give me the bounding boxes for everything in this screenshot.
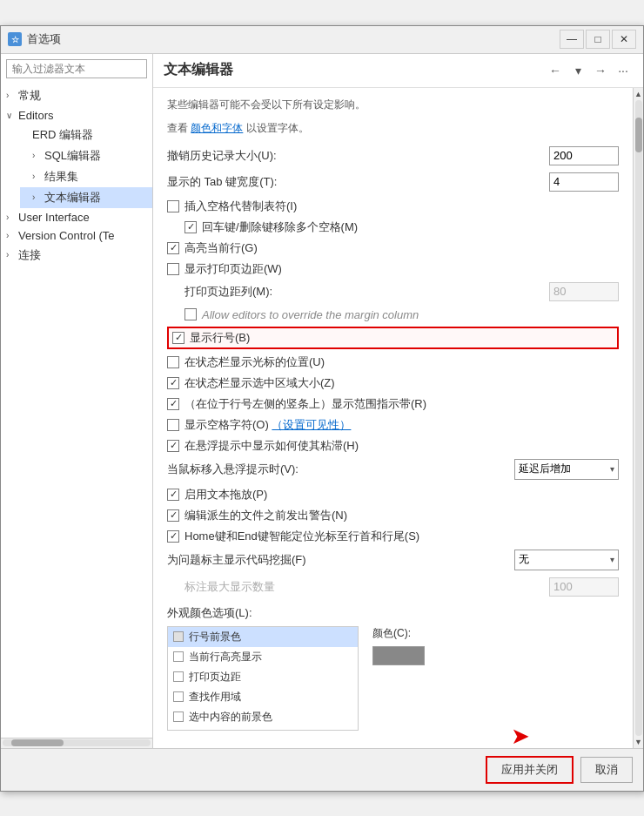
tab-width-row: 显示的 Tab 键宽度(T): (167, 172, 619, 192)
tree-arrow-conn: › (6, 250, 18, 260)
tab-width-label: 显示的 Tab 键宽度(T): (167, 174, 542, 190)
apply-close-button[interactable]: 应用并关闭 (486, 756, 574, 784)
max-annotations-label: 标注最大显示数量 (184, 579, 542, 595)
sidebar-tree: › 常规 ∨ Editors ERD 编辑器 › SQL编辑器 (1, 84, 152, 738)
panel-title: 文本编辑器 (164, 61, 233, 79)
nav-forward-button[interactable]: → (591, 61, 610, 80)
color-item-print-margin[interactable]: 打印页边距 (168, 667, 358, 687)
sidebar-label-conn: 连接 (18, 247, 147, 263)
sidebar-item-editors[interactable]: ∨ Editors (1, 106, 152, 125)
show-print-margin-label: 显示打印页边距(W) (184, 261, 282, 277)
tree-arrow-text: › (32, 192, 44, 202)
hover-delay-row: 当鼠标移入悬浮提示时(V): 延迟后增加 ▾ (167, 459, 619, 480)
tab-width-input[interactable] (549, 172, 619, 192)
show-selection-row: 在状态栏显示选中区域大小(Z) (167, 375, 619, 391)
show-paste-checkbox[interactable] (167, 440, 179, 452)
filter-input[interactable] (6, 59, 147, 78)
swatch-selection-fg (173, 711, 184, 722)
color-section: 外观颜色选项(L): 行号前景色 当前行高亮显示 (167, 605, 619, 731)
color-side: 颜色(C): (372, 626, 425, 665)
show-range-checkbox[interactable] (167, 398, 179, 410)
sidebar-item-result-set[interactable]: › 结果集 (20, 166, 152, 187)
scroll-down-btn[interactable]: ▼ (634, 738, 642, 746)
link-after: 以设置字体。 (246, 122, 309, 134)
minimize-button[interactable]: — (560, 30, 584, 49)
color-item-line-num-bg[interactable]: 行号前景色 (168, 627, 358, 647)
color-section-title: 外观颜色选项(L): (167, 605, 619, 621)
color-item-find-scope[interactable]: 查找作用域 (168, 687, 358, 707)
color-label-current-line: 当前行高亮显示 (189, 650, 262, 664)
main-content: › 常规 ∨ Editors ERD 编辑器 › SQL编辑器 (1, 54, 643, 748)
visibility-link[interactable]: （设置可见性） (272, 418, 351, 431)
backspace-indent-checkbox[interactable] (184, 221, 197, 233)
color-picker-label: 颜色(C): (372, 626, 425, 641)
sidebar-item-connection[interactable]: › 连接 (1, 245, 152, 266)
sidebar-item-user-interface[interactable]: › User Interface (1, 208, 152, 226)
panel-nav: ← ▾ → ··· (546, 61, 633, 80)
show-line-num-label: 显示行号(B) (190, 330, 250, 346)
sidebar-item-sql-editor[interactable]: › SQL编辑器 (20, 145, 152, 166)
nav-menu-button[interactable]: ··· (614, 61, 633, 80)
color-preview[interactable] (372, 646, 425, 665)
link-before: 查看 (167, 122, 188, 134)
app-icon: ☆ (8, 32, 22, 46)
sidebar-label-vc: Version Control (Te (18, 229, 147, 242)
hover-delay-value: 延迟后增加 (519, 462, 571, 476)
highlight-current-checkbox[interactable] (167, 242, 179, 254)
maximize-button[interactable]: □ (586, 30, 610, 49)
sidebar-label-general: 常规 (18, 88, 147, 104)
sidebar-item-general[interactable]: › 常规 (1, 85, 152, 106)
show-whitespace-checkbox[interactable] (167, 419, 179, 431)
enable-drag-row: 启用文本拖放(P) (167, 487, 619, 502)
tree-arrow-ui: › (6, 212, 18, 222)
backspace-indent-row: 回车键/删除键移除多个空格(M) (167, 219, 619, 235)
sidebar-item-text-editor[interactable]: › 文本编辑器 (20, 187, 152, 208)
sidebar-item-version-control[interactable]: › Version Control (Te (1, 226, 152, 245)
undo-history-input[interactable] (549, 146, 619, 165)
show-selection-checkbox[interactable] (167, 377, 179, 389)
warn-derived-row: 编辑派生的文件之前发出警告(N) (167, 508, 619, 523)
scroll-track (3, 739, 151, 746)
show-cursor-label: 在状态栏显示光标的位置(U) (184, 354, 325, 370)
max-annotations-input (549, 577, 619, 597)
show-line-num-checkbox[interactable] (172, 332, 184, 344)
warn-derived-checkbox[interactable] (167, 509, 179, 522)
scroll-thumb (11, 739, 64, 746)
panel-body: 某些编辑器可能不会受以下所有设定影响。 查看 颜色和字体 以设置字体。 撤销历史… (153, 88, 633, 748)
sidebar-scrollbar[interactable] (1, 738, 152, 748)
code-mining-arrow: ▾ (610, 555, 614, 564)
close-button[interactable]: ✕ (612, 30, 636, 49)
tree-arrow-sql: › (32, 151, 44, 160)
color-list[interactable]: 行号前景色 当前行高亮显示 打印页边距 (167, 626, 359, 731)
scroll-thumb-v (635, 118, 642, 152)
insert-spaces-checkbox[interactable] (167, 200, 179, 212)
show-print-margin-row: 显示打印页边距(W) (167, 261, 619, 277)
smart-home-checkbox[interactable] (167, 530, 179, 543)
color-table-container: 行号前景色 当前行高亮显示 打印页边距 (167, 626, 619, 731)
color-label-selection-fg: 选中内容的前景色 (189, 710, 272, 725)
show-print-margin-checkbox[interactable] (167, 263, 179, 275)
color-item-current-line[interactable]: 当前行高亮显示 (168, 647, 358, 667)
code-mining-select[interactable]: 无 ▾ (514, 550, 619, 570)
sidebar-label-sql: SQL编辑器 (44, 148, 147, 164)
title-controls: — □ ✕ (560, 30, 636, 49)
nav-down-button[interactable]: ▾ (568, 61, 587, 80)
scroll-up-btn[interactable]: ▲ (634, 90, 642, 98)
allow-override-checkbox[interactable] (184, 308, 197, 320)
show-range-label: （在位于行号左侧的竖条上）显示范围指示带(R) (184, 396, 426, 412)
vertical-scrollbar[interactable]: ▲ ▼ (633, 88, 643, 748)
tree-arrow-editors: ∨ (6, 111, 18, 120)
show-cursor-checkbox[interactable] (167, 356, 179, 368)
tree-arrow-results: › (32, 172, 44, 181)
cancel-button[interactable]: 取消 (580, 757, 633, 783)
code-mining-label: 为问题标主显示代码挖掘(F) (167, 552, 507, 568)
enable-drag-checkbox[interactable] (167, 489, 179, 501)
notice-main: 某些编辑器可能不会受以下所有设定影响。 (167, 98, 366, 111)
color-item-selection-fg[interactable]: 选中内容的前景色 (168, 707, 358, 727)
font-color-link[interactable]: 颜色和字体 (191, 122, 243, 134)
sidebar-item-erd-editor[interactable]: ERD 编辑器 (20, 125, 152, 145)
nav-back-button[interactable]: ← (546, 61, 565, 80)
undo-history-row: 撤销历史记录大小(U): (167, 146, 619, 165)
hover-delay-select[interactable]: 延迟后增加 ▾ (514, 459, 619, 480)
warn-derived-label: 编辑派生的文件之前发出警告(N) (184, 508, 347, 523)
